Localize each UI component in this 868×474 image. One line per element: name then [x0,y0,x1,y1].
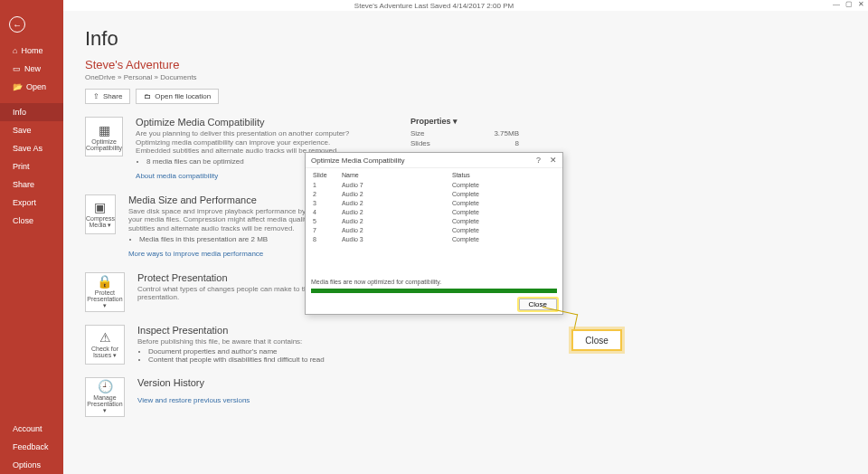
tile-label: Protect Presentation ▾ [86,289,124,309]
manage-presentation-tile[interactable]: 🕘Manage Presentation ▾ [85,377,125,417]
cell-slide: 4 [313,208,340,215]
sidebar-item-label: New [24,64,41,73]
titlebar: Steve's Adventure Last Saved 4/14/2017 2… [0,0,868,11]
dialog-title: Optimize Media Compatibility [311,156,405,165]
sidebar-item-label: Account [13,424,42,433]
block-bullet: Document properties and author's name [148,347,325,356]
sidebar-item-options[interactable]: Options [0,456,63,474]
sidebar-item-label: Save [13,126,32,135]
table-row: 8Audio 3Complete [313,235,555,242]
table-row: 5Audio 2Complete [313,217,555,224]
home-icon: ⌂ [13,46,17,55]
dialog-help-button[interactable]: ? [536,156,541,165]
cell-slide: 2 [313,190,340,197]
sidebar-item-info[interactable]: Info [0,103,63,121]
cell-status: Complete [452,190,555,197]
sidebar-item-label: Options [13,460,41,469]
version-history-link[interactable]: View and restore previous versions [137,396,250,404]
sidebar-item-home[interactable]: ⌂Home [0,42,63,60]
protect-presentation-tile[interactable]: 🔒Protect Presentation ▾ [85,272,125,312]
sidebar-item-new[interactable]: ▭New [0,60,63,78]
sidebar-item-close[interactable]: Close [0,212,63,230]
sidebar-item-label: Print [13,162,30,171]
prop-value: 8 [515,139,519,147]
optimize-icon: ▦ [99,123,110,137]
cell-status: Complete [452,181,555,188]
open-loc-label: Open file location [155,92,211,100]
folder-icon: 🗀 [144,92,151,100]
sidebar-item-saveas[interactable]: Save As [0,139,63,157]
share-label: Share [103,92,122,100]
sidebar-item-account[interactable]: Account [0,420,63,438]
cell-name: Audio 2 [342,226,450,233]
back-button[interactable]: ← [9,16,25,33]
page-title: Info [85,27,846,51]
cell-slide: 3 [313,199,340,206]
col-status: Status [452,172,555,179]
sidebar-item-label: Share [13,180,34,189]
back-arrow-icon: ← [13,20,22,30]
optimize-compatibility-tile[interactable]: ▦Optimize Compatibility [85,117,123,156]
dialog-close-x[interactable]: ✕ [550,156,557,165]
progress-bar [311,289,557,293]
sidebar-item-open[interactable]: 📂Open [0,78,63,96]
cell-name: Audio 7 [342,181,450,188]
block-bullet: Content that people with disabilities fi… [148,356,325,364]
compress-media-tile[interactable]: ▣Compress Media ▾ [85,194,116,234]
sidebar-item-label: Open [26,82,46,91]
block-title: Version History [137,377,250,388]
share-button[interactable]: ⇪Share [85,89,130,104]
cell-slide: 1 [313,181,340,188]
tile-label: Compress Media ▾ [86,215,115,229]
annotation-callout: Close [571,329,622,351]
check-for-issues-tile[interactable]: ⚠Check for Issues ▾ [85,325,125,365]
lock-icon: 🔒 [97,274,112,289]
open-file-location-button[interactable]: 🗀Open file location [136,89,219,104]
document-path: OneDrive » Personal » Documents [85,73,846,81]
window-controls: — ▢ ✕ [833,0,864,8]
prop-label: Slides [410,139,430,147]
action-row: ⇪Share 🗀Open file location [85,89,846,104]
sidebar-item-label: Info [13,108,26,117]
backstage-sidebar: ← ⌂Home ▭New 📂Open Info Save Save As Pri… [0,0,63,474]
maximize-button[interactable]: ▢ [845,0,853,8]
cell-name: Audio 2 [342,217,450,224]
properties-heading[interactable]: Properties ▾ [410,117,591,126]
improve-performance-link[interactable]: More ways to improve media performance [128,250,263,258]
block-inspect: ⚠Check for Issues ▾ Inspect Presentation… [85,325,356,365]
sidebar-item-share[interactable]: Share [0,175,63,194]
sidebar-item-save[interactable]: Save [0,121,63,139]
open-icon: 📂 [13,82,23,91]
dialog-titlebar: Optimize Media Compatibility ? ✕ [306,153,562,168]
sidebar-item-label: Feedback [13,442,49,451]
prop-label: Size [410,129,425,137]
new-icon: ▭ [13,64,21,73]
inspect-icon: ⚠ [99,330,111,345]
table-row: 2Audio 2Complete [313,190,555,197]
tile-label: Check for Issues ▾ [86,346,124,359]
col-slide: Slide [313,172,340,179]
dialog-body: Slide Name Status 1Audio 7Complete2Audio… [306,168,562,277]
cell-slide: 7 [313,226,340,233]
cell-status: Complete [452,199,555,206]
cell-name: Audio 2 [342,199,450,206]
table-row: 4Audio 2Complete [313,208,555,215]
media-table: Slide Name Status 1Audio 7Complete2Audio… [311,170,557,244]
titlebar-text: Steve's Adventure Last Saved 4/14/2017 2… [354,2,514,10]
sidebar-item-feedback[interactable]: Feedback [0,438,63,456]
sidebar-item-label: Close [13,216,33,225]
sidebar-item-print[interactable]: Print [0,157,63,175]
about-compatibility-link[interactable]: About media compatibility [136,172,218,180]
window-close-button[interactable]: ✕ [858,0,864,8]
sidebar-item-export[interactable]: Export [0,194,63,212]
table-row: 7Audio 2Complete [313,226,555,233]
cell-status: Complete [452,226,555,233]
col-name: Name [342,172,450,179]
table-row: 3Audio 2Complete [313,199,555,206]
prop-value: 3.75MB [494,129,519,137]
sidebar-item-label: Save As [13,144,42,153]
cell-status: Complete [452,208,555,215]
minimize-button[interactable]: — [833,0,840,8]
share-icon: ⇪ [93,92,99,100]
sidebar-item-label: Export [13,198,36,207]
